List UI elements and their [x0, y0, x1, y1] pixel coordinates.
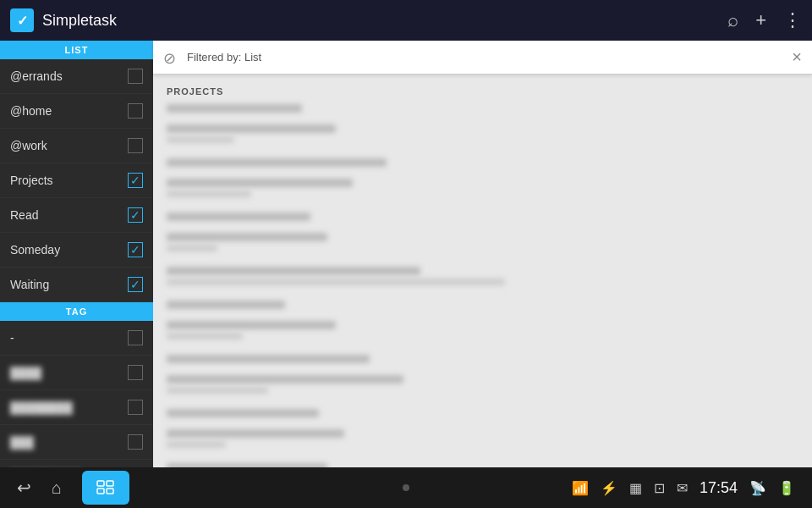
project-line	[167, 179, 353, 187]
wifi-icon: 📡	[749, 480, 766, 496]
projects-content: PROJECTS	[153, 75, 812, 467]
tag-section-header: TAG	[0, 302, 153, 321]
sidebar-item-home[interactable]: @home	[0, 94, 153, 129]
sidebar-tag-1[interactable]: ████	[0, 356, 153, 390]
svg-rect-2	[97, 489, 104, 494]
sidebar-item-label: Projects	[10, 174, 128, 187]
sidebar-tag-label-2: ████████	[10, 401, 128, 414]
center-dot	[403, 484, 409, 491]
sidebar-tag-3[interactable]: ███	[0, 425, 153, 460]
project-row	[153, 262, 812, 296]
main-content: LIST @errands @home @work Projects ✓ Rea…	[0, 41, 812, 467]
project-row	[153, 100, 812, 120]
screenshot-icon: ⊡	[654, 480, 665, 496]
sidebar-item-label: @work	[10, 139, 128, 152]
battery-icon: 🔋	[778, 480, 795, 496]
recents-icon	[96, 480, 115, 495]
project-row	[153, 371, 812, 405]
project-row	[153, 120, 812, 154]
add-icon[interactable]: +	[755, 9, 766, 31]
project-sub-line	[167, 136, 234, 143]
signal-icon: 📶	[572, 480, 589, 496]
sidebar-item-label: Waiting	[10, 278, 128, 291]
app-title: Simpletask	[42, 12, 710, 30]
project-sub-line	[167, 245, 217, 251]
sidebar-item-someday[interactable]: Someday ✓	[0, 233, 153, 268]
sidebar-checkbox-tag-3[interactable]	[128, 434, 143, 450]
project-row	[153, 405, 812, 425]
project-row	[153, 351, 812, 371]
sidebar-checkbox-tag-dash[interactable]	[128, 330, 143, 345]
project-row	[153, 317, 812, 351]
sidebar-item-projects[interactable]: Projects ✓	[0, 163, 153, 198]
sidebar-item-read[interactable]: Read ✓	[0, 198, 153, 233]
project-row	[153, 174, 812, 208]
list-section-header: LIST	[0, 41, 153, 59]
project-line	[167, 301, 285, 309]
app-logo: ✓	[10, 8, 34, 32]
sidebar: LIST @errands @home @work Projects ✓ Rea…	[0, 41, 153, 467]
filter-close-button[interactable]: ×	[792, 47, 802, 67]
notification-icon: ✉	[677, 480, 688, 496]
project-sub-line	[167, 387, 268, 394]
project-line	[167, 158, 387, 167]
sd-icon: ▦	[629, 480, 642, 496]
project-line	[167, 213, 310, 221]
project-line	[167, 124, 336, 133]
project-line	[167, 409, 319, 417]
project-line	[167, 355, 370, 363]
sidebar-tag-label-3: ███	[10, 436, 128, 449]
usb-icon: ⚡	[601, 480, 617, 496]
top-bar: ✓ Simpletask ⌕ + ⋮	[0, 0, 812, 41]
home-icon[interactable]: ⌂	[52, 478, 62, 498]
sidebar-checkbox-home[interactable]	[128, 103, 143, 119]
svg-rect-1	[107, 481, 113, 486]
project-row	[153, 425, 812, 459]
project-sub-line	[167, 333, 243, 340]
sidebar-checkbox-read[interactable]: ✓	[128, 207, 143, 223]
project-line	[167, 104, 302, 113]
back-icon[interactable]: ↩	[17, 478, 31, 498]
sidebar-tag-label-1: ████	[10, 367, 128, 379]
sidebar-checkbox-waiting[interactable]: ✓	[128, 277, 143, 292]
sidebar-item-label: -	[10, 331, 128, 345]
sidebar-item-label: @errands	[10, 69, 128, 83]
sidebar-checkbox-work[interactable]	[128, 138, 143, 153]
project-line	[167, 429, 344, 438]
sidebar-tag-4[interactable]: █████████	[0, 460, 153, 467]
project-row	[153, 296, 812, 317]
filter-bar: ⊘ Filtered by: List ×	[153, 41, 812, 75]
project-line	[167, 267, 420, 275]
search-icon[interactable]: ⌕	[727, 9, 738, 31]
clock: 17:54	[700, 479, 738, 497]
svg-rect-0	[97, 481, 104, 486]
project-line	[167, 375, 403, 384]
project-row	[153, 208, 812, 229]
project-row	[153, 459, 812, 467]
sidebar-item-waiting[interactable]: Waiting ✓	[0, 268, 153, 302]
sidebar-checkbox-errands[interactable]	[128, 69, 143, 84]
sidebar-item-label: Read	[10, 208, 128, 222]
project-sub-line	[167, 441, 226, 448]
sidebar-checkbox-tag-2[interactable]	[128, 400, 143, 415]
sidebar-tag-2[interactable]: ████████	[0, 390, 153, 425]
project-line	[167, 321, 336, 329]
status-bar-right: 📶 ⚡ ▦ ⊡ ✉ 17:54 📡 🔋	[572, 479, 795, 497]
project-row	[153, 154, 812, 174]
bottom-bar: ↩ ⌂ 📶 ⚡ ▦ ⊡ ✉ 17:54 📡 🔋	[0, 467, 812, 508]
sidebar-item-label: Someday	[10, 243, 128, 257]
sidebar-item-label: @home	[10, 104, 128, 118]
project-row	[153, 229, 812, 262]
sidebar-tag-dash[interactable]: -	[0, 321, 153, 356]
filter-icon: ⊘	[163, 49, 180, 66]
recents-button[interactable]	[82, 471, 129, 505]
sidebar-checkbox-tag-1[interactable]	[128, 365, 143, 380]
sidebar-item-errands[interactable]: @errands	[0, 59, 153, 94]
project-sub-line	[167, 190, 251, 197]
filter-label: Filtered by: List	[187, 51, 792, 64]
sidebar-item-work[interactable]: @work	[0, 129, 153, 163]
app-logo-check: ✓	[17, 13, 28, 29]
sidebar-checkbox-someday[interactable]: ✓	[128, 242, 143, 257]
more-icon[interactable]: ⋮	[783, 9, 802, 31]
sidebar-checkbox-projects[interactable]: ✓	[128, 173, 143, 188]
